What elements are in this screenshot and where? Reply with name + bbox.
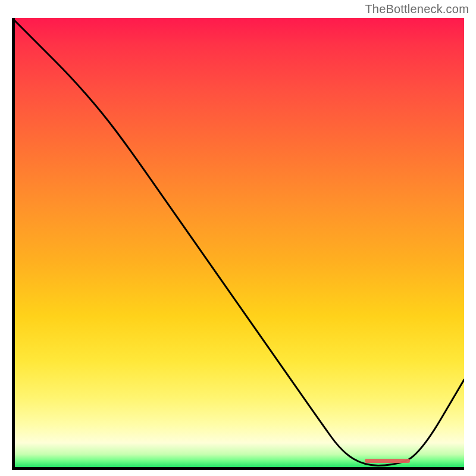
y-axis xyxy=(12,18,15,470)
watermark-text: TheBottleneck.com xyxy=(365,2,469,16)
chart-plot-area xyxy=(12,18,464,470)
trough-marker xyxy=(365,459,410,463)
x-axis xyxy=(12,467,464,470)
line-curve xyxy=(12,18,464,470)
